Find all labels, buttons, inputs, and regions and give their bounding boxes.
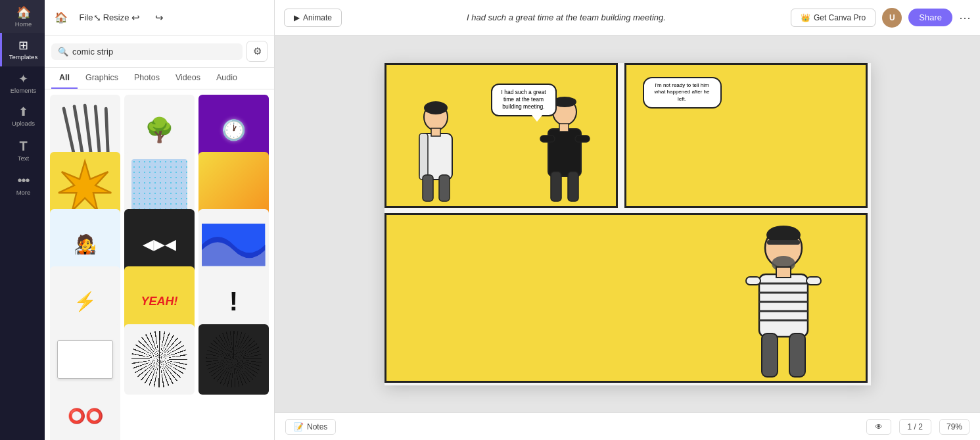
exclamation-icon: ! bbox=[229, 287, 238, 316]
search-icon: 🔍 bbox=[58, 47, 68, 57]
svg-marker-5 bbox=[58, 161, 111, 210]
clock-icon: 🕐 bbox=[222, 118, 246, 141]
character-bottom bbox=[741, 223, 826, 381]
lightning-icon: ⚡ bbox=[74, 291, 97, 312]
speech-bubble-left: I had such a great time at the team buil… bbox=[491, 84, 557, 116]
tab-videos[interactable]: Videos bbox=[168, 68, 208, 89]
sidebar-label-elements: Elements bbox=[11, 87, 37, 94]
grid-item-circles[interactable]: ⭕⭕ bbox=[50, 381, 120, 440]
svg-rect-11 bbox=[423, 175, 433, 201]
character-left bbox=[406, 97, 465, 206]
more-icon: ••• bbox=[17, 174, 29, 187]
tabs: All Graphics Photos Videos Audio bbox=[45, 68, 274, 89]
svg-rect-16 bbox=[553, 99, 576, 104]
comic-panel-top-right[interactable]: I'm not ready to tell him what happened … bbox=[624, 63, 868, 208]
document-title: I had such a great time at the team buil… bbox=[348, 12, 784, 22]
templates-icon: ⊞ bbox=[18, 39, 28, 51]
canvas-toolbar: ▶ Animate I had such a great time at the… bbox=[275, 0, 980, 36]
sidebar-label-home: Home bbox=[15, 21, 32, 28]
home-icon: 🏠 bbox=[16, 7, 31, 18]
comic-canvas: I had such a great time at the team buil… bbox=[385, 63, 871, 385]
sidebar-label-templates: Templates bbox=[9, 54, 37, 61]
sidebar-label-text: Text bbox=[18, 155, 29, 162]
undo-button[interactable]: ↩ bbox=[126, 9, 145, 27]
tab-all[interactable]: All bbox=[51, 68, 78, 89]
zoom-control[interactable]: 79% bbox=[939, 419, 969, 435]
svg-rect-34 bbox=[806, 277, 821, 285]
svg-rect-36 bbox=[789, 333, 805, 377]
grid-area: 🌳 🕐 🧑‍🎤 ◀▶◀ bbox=[45, 89, 274, 440]
grid-item-radial[interactable] bbox=[124, 324, 195, 395]
animate-toolbar-button[interactable]: ▶ Animate bbox=[284, 9, 342, 27]
redo-button[interactable]: ↪ bbox=[150, 9, 168, 27]
svg-line-2 bbox=[85, 106, 91, 157]
sidebar-item-more[interactable]: ••• More bbox=[0, 167, 45, 201]
sidebar-label-more: More bbox=[16, 189, 31, 196]
svg-rect-22 bbox=[559, 124, 569, 132]
svg-line-1 bbox=[74, 107, 83, 156]
crown-icon: 👑 bbox=[801, 13, 810, 22]
tab-graphics[interactable]: Graphics bbox=[78, 68, 126, 89]
svg-line-0 bbox=[64, 109, 74, 156]
svg-point-8 bbox=[424, 101, 448, 114]
torn-paper-icon bbox=[57, 340, 114, 379]
radial-lines2-icon bbox=[206, 331, 262, 387]
hide-button[interactable]: 👁 bbox=[866, 419, 891, 435]
sidebar-item-templates[interactable]: ⊞ Templates bbox=[0, 33, 45, 66]
animate-icon: ▶ bbox=[294, 13, 300, 22]
grid-item-radial2[interactable] bbox=[198, 324, 269, 395]
tab-photos[interactable]: Photos bbox=[126, 68, 168, 89]
radial-lines-icon bbox=[131, 331, 188, 387]
sidebar-label-uploads: Uploads bbox=[12, 120, 35, 127]
sidebar-item-elements[interactable]: ✦ Elements bbox=[0, 66, 45, 99]
halftone-icon bbox=[131, 159, 188, 216]
share-button[interactable]: Share bbox=[908, 9, 952, 26]
avatar: U bbox=[882, 8, 902, 28]
show-pages-button[interactable]: 1 / 2 bbox=[899, 419, 931, 435]
svg-rect-33 bbox=[746, 277, 760, 285]
notes-icon: 📝 bbox=[294, 422, 304, 431]
panel: 🏠 File ⤡ Resize ↩ ↪ 🔍 ⚙ All Graphics Pho… bbox=[45, 0, 275, 440]
comic-panel-bottom[interactable] bbox=[385, 213, 868, 383]
svg-rect-19 bbox=[575, 135, 590, 142]
svg-rect-26 bbox=[767, 240, 800, 245]
text-icon: T bbox=[19, 139, 27, 153]
person-icon: 🧑‍🎤 bbox=[74, 233, 97, 255]
search-container: 🔍 ⚙ bbox=[45, 36, 274, 68]
svg-rect-12 bbox=[439, 175, 450, 201]
sidebar-item-uploads[interactable]: ⬆ Uploads bbox=[0, 99, 45, 132]
svg-line-3 bbox=[96, 107, 100, 156]
get-canva-pro-button[interactable]: 👑 Get Canva Pro bbox=[791, 9, 875, 27]
filter-icon: ⚙ bbox=[253, 45, 262, 57]
svg-rect-10 bbox=[419, 134, 428, 180]
search-box: 🔍 bbox=[51, 43, 243, 60]
sidebar-item-home[interactable]: 🏠 Home bbox=[0, 0, 45, 33]
home-button[interactable]: 🏠 bbox=[51, 8, 71, 28]
hide-icon: 👁 bbox=[875, 422, 883, 431]
uploads-icon: ⬆ bbox=[18, 106, 28, 118]
thought-bubble: I'm not ready to tell him what happened … bbox=[643, 77, 722, 109]
resize-icon: ⤡ bbox=[93, 12, 101, 23]
svg-rect-35 bbox=[762, 333, 778, 377]
tree-icon: 🌳 bbox=[145, 116, 174, 144]
tab-audio[interactable]: Audio bbox=[208, 68, 245, 89]
resize-button[interactable]: ⤡ Resize bbox=[101, 8, 121, 28]
elements-icon: ✦ bbox=[18, 73, 28, 85]
svg-rect-21 bbox=[568, 172, 578, 201]
comic-panel-top-left[interactable]: I had such a great time at the team buil… bbox=[385, 63, 618, 208]
sidebar-item-text[interactable]: T Text bbox=[0, 133, 45, 167]
arrows-icon: ◀▶◀ bbox=[143, 236, 176, 253]
bottom-bar: 📝 Notes 👁 1 / 2 79% bbox=[275, 412, 980, 440]
notes-button[interactable]: 📝 Notes bbox=[285, 419, 336, 435]
search-input[interactable] bbox=[72, 47, 236, 57]
svg-line-4 bbox=[106, 109, 108, 156]
yeah-icon: YEAH! bbox=[141, 295, 177, 308]
svg-rect-13 bbox=[431, 128, 440, 136]
filter-button[interactable]: ⚙ bbox=[246, 41, 268, 62]
svg-rect-20 bbox=[551, 172, 561, 201]
more-options-icon[interactable]: ⋯ bbox=[959, 11, 971, 25]
svg-rect-37 bbox=[776, 267, 791, 278]
main-area: ▶ Animate I had such a great time at the… bbox=[275, 0, 980, 440]
svg-rect-18 bbox=[540, 135, 555, 142]
canvas-stage[interactable]: I had such a great time at the team buil… bbox=[275, 36, 980, 412]
